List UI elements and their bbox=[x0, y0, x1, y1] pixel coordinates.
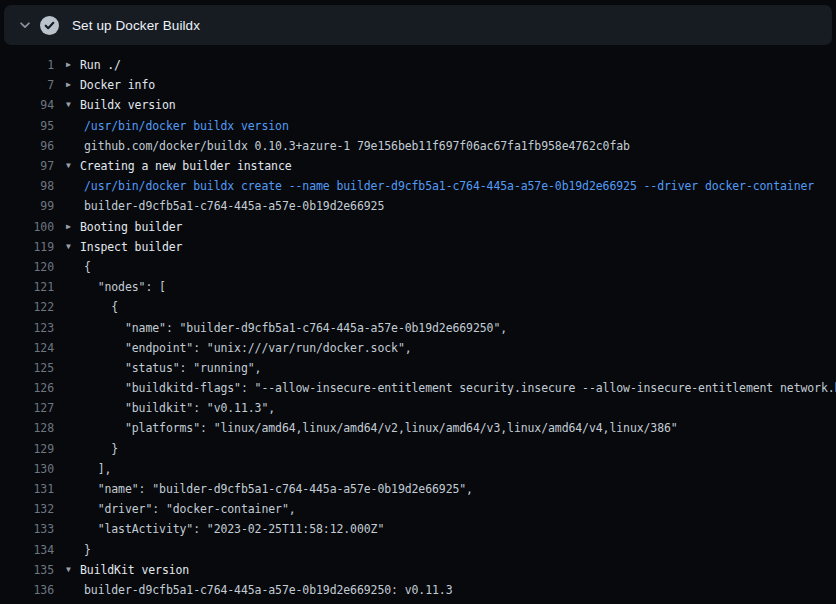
command-text: /usr/bin/docker buildx create --name bui… bbox=[80, 179, 814, 193]
triangle-collapsed-icon[interactable]: ▶ bbox=[66, 81, 80, 89]
log-line: 127 "buildkit": "v0.11.3", bbox=[0, 398, 836, 418]
step-header[interactable]: Set up Docker Buildx bbox=[4, 5, 832, 45]
output-text: "name": "builder-d9cfb5a1-c764-445a-a57e… bbox=[80, 321, 507, 335]
group-title: Run ./ bbox=[80, 58, 121, 72]
line-number[interactable]: 1 bbox=[0, 58, 54, 72]
line-number[interactable]: 131 bbox=[0, 482, 54, 496]
log-line: 125 "status": "running", bbox=[0, 358, 836, 378]
log-line: 136builder-d9cfb5a1-c764-445a-a57e-0b19d… bbox=[0, 580, 836, 600]
line-number[interactable]: 128 bbox=[0, 421, 54, 435]
line-number[interactable]: 124 bbox=[0, 341, 54, 355]
output-text: ], bbox=[80, 462, 111, 476]
line-number[interactable]: 99 bbox=[0, 199, 54, 213]
log-line: 129 } bbox=[0, 439, 836, 459]
step-title: Set up Docker Buildx bbox=[72, 18, 200, 33]
output-text: } bbox=[80, 543, 91, 557]
triangle-expanded-icon[interactable]: ▼ bbox=[66, 243, 80, 251]
output-text: "status": "running", bbox=[80, 361, 261, 375]
line-number[interactable]: 95 bbox=[0, 119, 54, 133]
triangle-expanded-icon[interactable]: ▼ bbox=[66, 566, 80, 574]
line-number[interactable]: 7 bbox=[0, 78, 54, 92]
output-text: "driver": "docker-container", bbox=[80, 502, 296, 516]
log-group-row[interactable]: 94▼Buildx version bbox=[0, 95, 836, 115]
triangle-collapsed-icon[interactable]: ▶ bbox=[66, 61, 80, 69]
log-group-row[interactable]: 100▶Booting builder bbox=[0, 217, 836, 237]
output-text: "buildkit": "v0.11.3", bbox=[80, 401, 275, 415]
line-number[interactable]: 129 bbox=[0, 442, 54, 456]
line-number[interactable]: 122 bbox=[0, 300, 54, 314]
output-text: } bbox=[80, 442, 118, 456]
log-line: 96github.com/docker/buildx 0.10.3+azure-… bbox=[0, 136, 836, 156]
log-line: 134} bbox=[0, 540, 836, 560]
line-number[interactable]: 123 bbox=[0, 321, 54, 335]
output-text: builder-d9cfb5a1-c764-445a-a57e-0b19d2e6… bbox=[80, 199, 384, 213]
chevron-down-icon[interactable] bbox=[18, 18, 32, 32]
output-text: builder-d9cfb5a1-c764-445a-a57e-0b19d2e6… bbox=[80, 583, 452, 597]
line-number[interactable]: 121 bbox=[0, 280, 54, 294]
log-line: 132 "driver": "docker-container", bbox=[0, 499, 836, 519]
line-number[interactable]: 98 bbox=[0, 179, 54, 193]
group-title: BuildKit version bbox=[80, 563, 189, 577]
log-line: 121 "nodes": [ bbox=[0, 277, 836, 297]
log-line: 126 "buildkitd-flags": "--allow-insecure… bbox=[0, 378, 836, 398]
group-title: Docker info bbox=[80, 78, 155, 92]
output-text: { bbox=[80, 300, 118, 314]
log-line: 133 "lastActivity": "2023-02-25T11:58:12… bbox=[0, 519, 836, 539]
line-number[interactable]: 97 bbox=[0, 159, 54, 173]
line-number[interactable]: 127 bbox=[0, 401, 54, 415]
log-group-row[interactable]: 135▼BuildKit version bbox=[0, 560, 836, 580]
output-text: "buildkitd-flags": "--allow-insecure-ent… bbox=[80, 381, 836, 395]
log-line: 95/usr/bin/docker buildx version bbox=[0, 116, 836, 136]
line-number[interactable]: 136 bbox=[0, 583, 54, 597]
log-group-row[interactable]: 97▼Creating a new builder instance bbox=[0, 156, 836, 176]
group-title: Inspect builder bbox=[80, 240, 182, 254]
output-text: "lastActivity": "2023-02-25T11:58:12.000… bbox=[80, 522, 384, 536]
log-line: 122 { bbox=[0, 297, 836, 317]
group-title: Booting builder bbox=[80, 220, 182, 234]
line-number[interactable]: 132 bbox=[0, 502, 54, 516]
line-number[interactable]: 126 bbox=[0, 381, 54, 395]
log-line: 124 "endpoint": "unix:///var/run/docker.… bbox=[0, 338, 836, 358]
line-number[interactable]: 135 bbox=[0, 563, 54, 577]
line-number[interactable]: 134 bbox=[0, 543, 54, 557]
log-line: 99builder-d9cfb5a1-c764-445a-a57e-0b19d2… bbox=[0, 196, 836, 216]
log-line: 131 "name": "builder-d9cfb5a1-c764-445a-… bbox=[0, 479, 836, 499]
log-line: 98/usr/bin/docker buildx create --name b… bbox=[0, 176, 836, 196]
log-line: 128 "platforms": "linux/amd64,linux/amd6… bbox=[0, 418, 836, 438]
output-text: { bbox=[80, 260, 91, 274]
output-text: "platforms": "linux/amd64,linux/amd64/v2… bbox=[80, 421, 678, 435]
output-text: "endpoint": "unix:///var/run/docker.sock… bbox=[80, 341, 412, 355]
line-number[interactable]: 96 bbox=[0, 139, 54, 153]
triangle-expanded-icon[interactable]: ▼ bbox=[66, 162, 80, 170]
line-number[interactable]: 125 bbox=[0, 361, 54, 375]
output-text: "name": "builder-d9cfb5a1-c764-445a-a57e… bbox=[80, 482, 473, 496]
line-number[interactable]: 94 bbox=[0, 98, 54, 112]
output-text: github.com/docker/buildx 0.10.3+azure-1 … bbox=[80, 139, 630, 153]
triangle-collapsed-icon[interactable]: ▶ bbox=[66, 223, 80, 231]
command-text: /usr/bin/docker buildx version bbox=[80, 119, 289, 133]
group-title: Creating a new builder instance bbox=[80, 159, 292, 173]
line-number[interactable]: 119 bbox=[0, 240, 54, 254]
log-line: 123 "name": "builder-d9cfb5a1-c764-445a-… bbox=[0, 317, 836, 337]
log-group-row[interactable]: 1▶Run ./ bbox=[0, 55, 836, 75]
log-line: 130 ], bbox=[0, 459, 836, 479]
log-line: 120{ bbox=[0, 257, 836, 277]
check-circle-icon bbox=[40, 16, 59, 35]
output-text: "nodes": [ bbox=[80, 280, 166, 294]
line-number[interactable]: 120 bbox=[0, 260, 54, 274]
log-group-row[interactable]: 119▼Inspect builder bbox=[0, 237, 836, 257]
triangle-expanded-icon[interactable]: ▼ bbox=[66, 101, 80, 109]
log-group-row[interactable]: 7▶Docker info bbox=[0, 75, 836, 95]
group-title: Buildx version bbox=[80, 98, 176, 112]
line-number[interactable]: 130 bbox=[0, 462, 54, 476]
line-number[interactable]: 100 bbox=[0, 220, 54, 234]
log-output: 1▶Run ./7▶Docker info94▼Buildx version95… bbox=[0, 45, 836, 604]
line-number[interactable]: 133 bbox=[0, 522, 54, 536]
